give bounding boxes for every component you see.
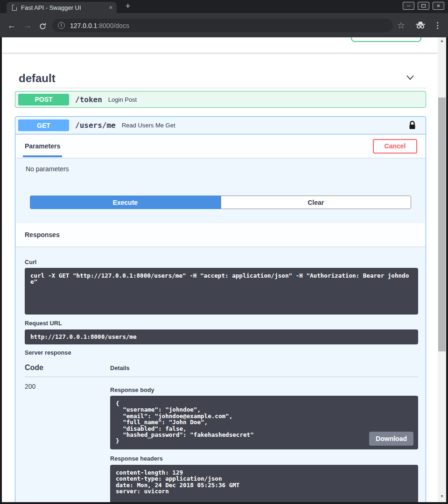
url-host: 127.0.0.1 [70,22,97,29]
response-table-header: Code Details [25,364,418,377]
response-body-label: Response body [110,387,418,393]
page-favicon-icon [12,5,17,11]
window-controls: ─ ✕ [403,2,444,10]
minimize-button[interactable]: ─ [403,2,414,10]
new-tab-button[interactable]: + [122,1,133,12]
tab-parameters[interactable]: Parameters [25,134,60,158]
maximize-icon [421,4,426,7]
responses-title: Responses [25,231,60,238]
browser-menu-icon[interactable]: ⋮ [434,21,441,30]
window-frame-bottom [0,502,448,504]
parameters-body: No parameters Execute Clear [15,158,426,223]
lock-icon[interactable] [408,120,416,130]
forward-icon[interactable]: → [21,20,34,32]
no-parameters-text: No parameters [26,165,416,173]
address-bar[interactable]: i 127.0.0.1:8000/docs [52,19,393,32]
back-icon[interactable]: ← [6,20,18,32]
execute-button[interactable]: Execute [30,196,221,209]
responses-header: Responses [15,223,426,246]
code-column-header: Code [25,364,110,372]
download-button[interactable]: Download [369,432,413,446]
op-summary-users-me: Read Users Me Get [122,122,175,129]
page-scrollbar[interactable]: ▲ ▼ [438,37,446,502]
authorize-button-partial[interactable] [351,37,421,42]
request-url-value: http://127.0.0.1:8000/users/me [25,329,418,344]
curl-label: Curl [25,259,418,266]
response-headers-value: content-length: 129 content-type: applic… [110,465,418,502]
opblock-post-token[interactable]: POST /token Login Post [15,91,426,108]
request-url-label: Request URL [25,320,418,327]
parameters-header: Parameters Cancel [15,134,426,158]
url-path: :8000/docs [97,22,129,29]
site-info-icon[interactable]: i [58,22,65,29]
scrollbar-thumb[interactable] [438,98,446,351]
cancel-button[interactable]: Cancel [373,139,417,154]
reload-icon[interactable] [36,20,49,32]
window-frame-right [446,37,448,504]
op-path-users-me: /users/me [75,121,116,130]
scheme-container [2,37,438,53]
incognito-icon [415,21,426,31]
response-body-wrap: { "username": "johndoe", "email": "johnd… [110,396,418,449]
curl-command[interactable]: curl -X GET "http://127.0.0.1:8000/users… [25,268,418,315]
url-text: 127.0.0.1:8000/docs [70,22,129,29]
response-row-200: 200 Response body { "username": "johndoe… [25,383,418,502]
browser-tab[interactable]: Fast API - Swagger UI ✕ [7,2,117,13]
chevron-down-icon[interactable] [405,73,415,84]
method-badge-post: POST [18,94,69,105]
tab-close-icon[interactable]: ✕ [109,5,113,11]
opblock-get-users-me: GET /users/me Read Users Me Get Paramete… [15,116,426,502]
op-header[interactable]: GET /users/me Read Users Me Get [15,117,426,134]
method-badge-get: GET [18,119,69,131]
scroll-up-icon[interactable]: ▲ [438,37,446,45]
responses-body: Curl curl -X GET "http://127.0.0.1:8000/… [15,246,426,502]
tag-title: default [15,72,56,85]
status-code: 200 [25,383,110,502]
scroll-down-icon[interactable]: ▼ [438,493,446,500]
page-viewport: default POST /token Login Post GET /user… [2,37,438,502]
response-headers-label: Response headers [110,455,418,462]
execute-wrapper: Execute Clear [30,196,411,209]
op-summary-token: Login Post [108,96,137,103]
browser-toolbar: ← → i 127.0.0.1:8000/docs ☆ ⋮ [0,13,448,37]
bookmark-star-icon[interactable]: ☆ [397,20,405,31]
swagger-content: default POST /token Login Post GET /user… [2,69,438,502]
tag-divider [19,88,426,88]
details-column-header: Details [110,364,130,371]
close-button[interactable]: ✕ [433,2,444,10]
tab-title: Fast API - Swagger UI [21,4,106,11]
server-response-label: Server response [25,350,418,356]
op-path-token: /token [75,95,102,104]
response-details: Response body { "username": "johndoe", "… [110,383,418,502]
maximize-button[interactable] [418,2,429,10]
browser-window: Fast API - Swagger UI ✕ + ─ ✕ ← → i 127.… [0,0,448,504]
tab-bar: Fast API - Swagger UI ✕ + ─ ✕ [0,0,448,13]
tag-section-header[interactable]: default [15,69,426,88]
clear-button[interactable]: Clear [221,196,412,209]
